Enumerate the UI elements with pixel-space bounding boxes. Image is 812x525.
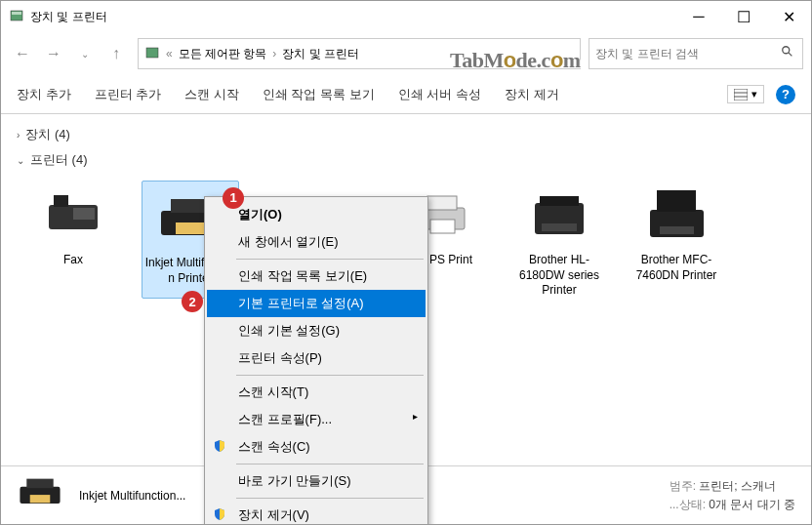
start-scan-button[interactable]: 스캔 시작 bbox=[184, 86, 239, 103]
breadcrumb-item[interactable]: 장치 및 프린터 bbox=[282, 46, 359, 62]
chevron-down-icon: ⌄ bbox=[17, 155, 24, 166]
window-title: 장치 및 프린터 bbox=[30, 9, 107, 25]
menu-create-shortcut[interactable]: 바로 가기 만들기(S) bbox=[207, 467, 426, 495]
svg-rect-16 bbox=[430, 220, 455, 233]
menu-separator bbox=[236, 375, 424, 376]
minimize-button[interactable]: ─ bbox=[676, 1, 721, 32]
device-brother-mfc[interactable]: Brother MFC-7460DN Printer bbox=[628, 181, 725, 299]
section-label: 장치 (4) bbox=[25, 126, 70, 143]
svg-rect-10 bbox=[73, 208, 95, 220]
server-props-button[interactable]: 인쇄 서버 속성 bbox=[398, 86, 481, 103]
recent-button[interactable]: ⌄ bbox=[71, 40, 99, 67]
menu-scan-profile[interactable]: 스캔 프로필(F)... bbox=[207, 406, 426, 433]
svg-rect-18 bbox=[540, 196, 579, 206]
help-button[interactable]: ? bbox=[776, 85, 795, 104]
svg-rect-2 bbox=[146, 48, 158, 58]
window-controls: ─ ☐ ✕ bbox=[676, 1, 811, 32]
status-state-label: ...상태: bbox=[670, 498, 706, 511]
statusbar-details: 범주: 프린터; 스캐너 ...상태: 0개 문서 대기 중 bbox=[670, 478, 795, 513]
device-fax[interactable]: Fax bbox=[24, 181, 122, 299]
status-state-value: 0개 문서 대기 중 bbox=[709, 498, 795, 511]
svg-rect-13 bbox=[176, 222, 205, 234]
add-device-button[interactable]: 장치 추가 bbox=[17, 86, 71, 103]
svg-point-3 bbox=[783, 47, 790, 54]
menu-view-queue[interactable]: 인쇄 작업 목록 보기(E) bbox=[207, 262, 426, 290]
device-label: Brother MFC-7460DN Printer bbox=[628, 253, 725, 283]
breadcrumb-icon bbox=[144, 45, 160, 63]
remove-device-button[interactable]: 장치 제거 bbox=[505, 86, 559, 103]
svg-rect-24 bbox=[26, 478, 53, 488]
breadcrumb-item[interactable]: 모든 제어판 항목 bbox=[179, 46, 267, 62]
search-icon[interactable] bbox=[781, 45, 794, 62]
forward-button[interactable]: → bbox=[40, 40, 67, 67]
shield-icon bbox=[213, 439, 228, 455]
menu-separator bbox=[236, 498, 424, 499]
search-box[interactable] bbox=[589, 38, 803, 69]
device-brother-hl[interactable]: Brother HL-6180DW series Printer bbox=[510, 181, 608, 299]
menu-scan-props[interactable]: 스캔 속성(C) bbox=[207, 433, 426, 461]
device-label: Fax bbox=[24, 253, 122, 268]
chevron-right-icon: › bbox=[17, 130, 20, 141]
menu-remove-device[interactable]: 장치 제거(V) bbox=[207, 502, 426, 525]
close-button[interactable]: ✕ bbox=[766, 1, 811, 32]
chevron-right-icon: › bbox=[272, 47, 276, 61]
menu-open-new-window[interactable]: 새 창에서 열기(E) bbox=[207, 228, 426, 256]
maximize-button[interactable]: ☐ bbox=[721, 1, 766, 32]
titlebar-left: 장치 및 프린터 bbox=[9, 8, 107, 26]
up-button[interactable]: ↑ bbox=[102, 40, 130, 67]
menu-separator bbox=[236, 259, 424, 260]
svg-rect-19 bbox=[542, 223, 577, 231]
section-label: 프린터 (4) bbox=[30, 151, 88, 169]
toolbar: 장치 추가 프린터 추가 스캔 시작 인쇄 작업 목록 보기 인쇄 서버 속성 … bbox=[1, 75, 811, 114]
menu-printer-props[interactable]: 프린터 속성(P) bbox=[207, 344, 426, 372]
section-devices[interactable]: › 장치 (4) bbox=[17, 122, 795, 147]
device-label: Brother HL-6180DW series Printer bbox=[510, 253, 608, 299]
svg-rect-5 bbox=[734, 89, 748, 101]
printer-icon bbox=[510, 181, 608, 249]
dropdown-icon: ▾ bbox=[751, 88, 757, 101]
back-button[interactable]: ← bbox=[9, 40, 36, 67]
breadcrumb-sep: « bbox=[166, 47, 173, 61]
svg-rect-25 bbox=[30, 495, 51, 503]
svg-rect-1 bbox=[12, 12, 21, 15]
nav-buttons: ← → ⌄ ↑ bbox=[9, 40, 130, 67]
callout-2: 2 bbox=[182, 291, 203, 312]
printer-icon bbox=[628, 181, 725, 249]
titlebar: 장치 및 프린터 ─ ☐ ✕ bbox=[1, 1, 811, 32]
callout-1: 1 bbox=[223, 187, 244, 209]
add-printer-button[interactable]: 프린터 추가 bbox=[95, 86, 162, 103]
watermark: TabMode.com bbox=[450, 48, 581, 73]
status-category-label: 범주: bbox=[670, 479, 696, 493]
navbar: ← → ⌄ ↑ « 모든 제어판 항목 › 장치 및 프린터 bbox=[1, 32, 811, 75]
fax-icon bbox=[24, 181, 122, 249]
svg-rect-22 bbox=[660, 226, 694, 234]
view-mode-button[interactable]: ▾ bbox=[727, 85, 764, 103]
svg-rect-15 bbox=[427, 196, 457, 210]
shield-icon bbox=[213, 507, 228, 523]
svg-line-4 bbox=[789, 53, 792, 57]
context-menu: 열기(O) 새 창에서 열기(E) 인쇄 작업 목록 보기(E) 2 기본 프린… bbox=[204, 196, 428, 525]
menu-separator bbox=[236, 464, 424, 464]
section-printers[interactable]: ⌄ 프린터 (4) bbox=[17, 147, 795, 173]
menu-set-default[interactable]: 2 기본 프린터로 설정(A) bbox=[207, 290, 426, 317]
svg-rect-9 bbox=[54, 195, 68, 207]
menu-print-defaults[interactable]: 인쇄 기본 설정(G) bbox=[207, 317, 426, 344]
window-icon bbox=[9, 8, 24, 26]
menu-start-scan[interactable]: 스캔 시작(T) bbox=[207, 379, 426, 406]
svg-rect-21 bbox=[657, 190, 696, 212]
statusbar-device-icon bbox=[17, 472, 63, 519]
view-queue-button[interactable]: 인쇄 작업 목록 보기 bbox=[263, 86, 375, 103]
search-input[interactable] bbox=[595, 47, 796, 61]
status-category-value: 프린터; 스캐너 bbox=[699, 479, 776, 493]
